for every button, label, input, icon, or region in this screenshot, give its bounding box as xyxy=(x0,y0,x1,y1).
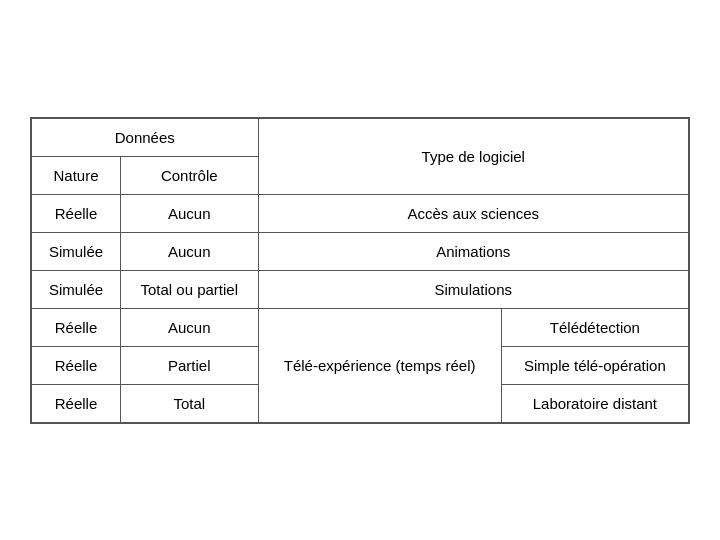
classification-table: Données Type de logiciel Nature Contrôle… xyxy=(30,117,690,424)
cell-type: Accès aux sciences xyxy=(258,194,689,232)
cell-type: Animations xyxy=(258,232,689,270)
cell-nature: Simulée xyxy=(31,270,120,308)
header-nature: Nature xyxy=(31,156,120,194)
cell-nature: Réelle xyxy=(31,384,120,423)
cell-nature: Réelle xyxy=(31,308,120,346)
cell-type-sub: Télédétection xyxy=(501,308,689,346)
table-row: Réelle Aucun Accès aux sciences xyxy=(31,194,689,232)
table-row: Simulée Aucun Animations xyxy=(31,232,689,270)
cell-nature: Simulée xyxy=(31,232,120,270)
cell-controle: Aucun xyxy=(120,308,258,346)
header-donnees: Données xyxy=(31,118,258,157)
cell-type-sub: Laboratoire distant xyxy=(501,384,689,423)
header-type: Type de logiciel xyxy=(258,118,689,195)
header-controle: Contrôle xyxy=(120,156,258,194)
cell-controle: Total ou partiel xyxy=(120,270,258,308)
cell-nature: Réelle xyxy=(31,194,120,232)
cell-nature: Réelle xyxy=(31,346,120,384)
table-row: Simulée Total ou partiel Simulations xyxy=(31,270,689,308)
main-table-wrapper: Données Type de logiciel Nature Contrôle… xyxy=(30,117,690,424)
cell-controle: Aucun xyxy=(120,232,258,270)
cell-type-sub: Simple télé-opération xyxy=(501,346,689,384)
cell-controle: Partiel xyxy=(120,346,258,384)
table-row: Réelle Aucun Télé-expérience (temps réel… xyxy=(31,308,689,346)
cell-type: Simulations xyxy=(258,270,689,308)
cell-controle: Aucun xyxy=(120,194,258,232)
cell-controle: Total xyxy=(120,384,258,423)
cell-tele-experience: Télé-expérience (temps réel) xyxy=(258,308,501,423)
